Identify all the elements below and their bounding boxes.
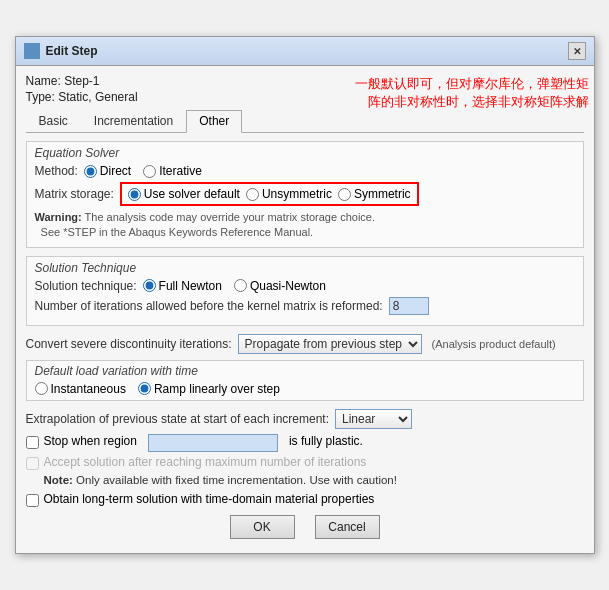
convert-suffix: (Analysis product default) xyxy=(432,338,556,350)
note-row: Note: Only available with fixed time inc… xyxy=(44,472,584,488)
obtain-longterm-checkbox[interactable] xyxy=(26,494,39,507)
stop-when-row: Stop when region is fully plastic. xyxy=(26,434,584,452)
cancel-button[interactable]: Cancel xyxy=(315,515,380,539)
technique-full-newton-radio[interactable] xyxy=(143,279,156,292)
extrapolation-label: Extrapolation of previous state at start… xyxy=(26,412,330,426)
solution-technique-title: Solution Technique xyxy=(35,261,575,275)
default-load-title: Default load variation with time xyxy=(35,364,575,378)
matrix-symmetric-label: Symmetric xyxy=(354,187,411,201)
equation-solver-title: Equation Solver xyxy=(35,146,575,160)
technique-quasi-newton-label: Quasi-Newton xyxy=(250,279,326,293)
method-row: Method: Direct Iterative xyxy=(35,164,575,178)
load-ramp-radio[interactable] xyxy=(138,382,151,395)
matrix-symmetric-radio[interactable] xyxy=(338,188,351,201)
stop-when-input[interactable] xyxy=(148,434,278,452)
technique-row: Solution technique: Full Newton Quasi-Ne… xyxy=(35,279,575,293)
iterations-label: Number of iterations allowed before the … xyxy=(35,299,383,313)
extrapolation-select[interactable]: None Linear Parabolic xyxy=(335,409,412,429)
matrix-symmetric-option[interactable]: Symmetric xyxy=(338,187,411,201)
technique-quasi-newton-option[interactable]: Quasi-Newton xyxy=(234,279,326,293)
dialog-icon xyxy=(24,43,40,59)
note-bold: Note: xyxy=(44,474,73,486)
matrix-unsymmetric-radio[interactable] xyxy=(246,188,259,201)
accept-solution-row: Accept solution after reaching maximum n… xyxy=(26,455,584,470)
dialog-body: Name: Step-1 Type: Static, General 一般默认即… xyxy=(16,66,594,553)
method-direct-radio[interactable] xyxy=(84,165,97,178)
convert-label: Convert severe discontinuity iterations: xyxy=(26,337,232,351)
load-instantaneous-radio[interactable] xyxy=(35,382,48,395)
technique-label: Solution technique: xyxy=(35,279,137,293)
stop-when-suffix: is fully plastic. xyxy=(289,434,363,448)
load-ramp-option[interactable]: Ramp linearly over step xyxy=(138,382,280,396)
technique-full-newton-label: Full Newton xyxy=(159,279,222,293)
type-label: Type: xyxy=(26,90,55,104)
method-direct-option[interactable]: Direct xyxy=(84,164,131,178)
iterations-input[interactable] xyxy=(389,297,429,315)
matrix-solver-default-radio[interactable] xyxy=(128,188,141,201)
type-value: Static, General xyxy=(58,90,137,104)
name-value: Step-1 xyxy=(64,74,99,88)
matrix-unsymmetric-option[interactable]: Unsymmetric xyxy=(246,187,332,201)
convert-row: Convert severe discontinuity iterations:… xyxy=(26,334,584,354)
method-iterative-label: Iterative xyxy=(159,164,202,178)
accept-solution-checkbox[interactable] xyxy=(26,457,39,470)
name-label: Name: xyxy=(26,74,61,88)
matrix-unsymmetric-label: Unsymmetric xyxy=(262,187,332,201)
solution-technique-section: Solution Technique Solution technique: F… xyxy=(26,256,584,326)
technique-full-newton-option[interactable]: Full Newton xyxy=(143,279,222,293)
title-bar: Edit Step ✕ xyxy=(16,37,594,66)
default-load-section: Default load variation with time Instant… xyxy=(26,360,584,401)
load-instantaneous-option[interactable]: Instantaneous xyxy=(35,382,126,396)
tab-other[interactable]: Other xyxy=(186,110,242,133)
iterations-row: Number of iterations allowed before the … xyxy=(35,297,575,315)
load-ramp-label: Ramp linearly over step xyxy=(154,382,280,396)
matrix-storage-label: Matrix storage: xyxy=(35,187,114,201)
obtain-longterm-label: Obtain long-term solution with time-doma… xyxy=(44,492,375,506)
tab-bar: Basic Incrementation Other xyxy=(26,110,584,133)
technique-radio-group: Full Newton Quasi-Newton xyxy=(143,279,326,293)
tab-incrementation[interactable]: Incrementation xyxy=(81,110,186,132)
matrix-storage-box: Use solver default Unsymmetric Symmetric xyxy=(120,182,419,206)
method-label: Method: xyxy=(35,164,78,178)
load-instantaneous-label: Instantaneous xyxy=(51,382,126,396)
tab-basic[interactable]: Basic xyxy=(26,110,81,132)
warning-text: Warning: The analysis code may override … xyxy=(35,210,575,241)
method-radio-group: Direct Iterative xyxy=(84,164,202,178)
step-name-row: Name: Step-1 xyxy=(26,74,584,88)
stop-when-prefix: Stop when region xyxy=(44,434,137,448)
method-iterative-option[interactable]: Iterative xyxy=(143,164,202,178)
matrix-solver-default-label: Use solver default xyxy=(144,187,240,201)
extrapolation-row: Extrapolation of previous state at start… xyxy=(26,409,584,429)
button-row: OK Cancel xyxy=(26,515,584,545)
warning-bold: Warning: xyxy=(35,211,82,223)
note-body: Only available with fixed time increment… xyxy=(76,474,397,486)
warning-body: The analysis code may override your matr… xyxy=(35,211,376,238)
matrix-solver-default-option[interactable]: Use solver default xyxy=(128,187,240,201)
load-radio-group: Instantaneous Ramp linearly over step xyxy=(35,382,575,396)
accept-solution-label: Accept solution after reaching maximum n… xyxy=(44,455,367,469)
edit-step-dialog: Edit Step ✕ Name: Step-1 Type: Static, G… xyxy=(15,36,595,554)
dialog-title: Edit Step xyxy=(46,44,98,58)
method-direct-label: Direct xyxy=(100,164,131,178)
stop-when-checkbox[interactable] xyxy=(26,436,39,449)
equation-solver-section: Equation Solver Method: Direct Iterative xyxy=(26,141,584,248)
convert-select[interactable]: Propagate from previous step Propagate D… xyxy=(238,334,422,354)
close-button[interactable]: ✕ xyxy=(568,42,586,60)
technique-quasi-newton-radio[interactable] xyxy=(234,279,247,292)
step-type-row: Type: Static, General xyxy=(26,90,584,104)
matrix-storage-row: Matrix storage: Use solver default Unsym… xyxy=(35,182,575,206)
obtain-longterm-row: Obtain long-term solution with time-doma… xyxy=(26,492,584,507)
ok-button[interactable]: OK xyxy=(230,515,295,539)
method-iterative-radio[interactable] xyxy=(143,165,156,178)
